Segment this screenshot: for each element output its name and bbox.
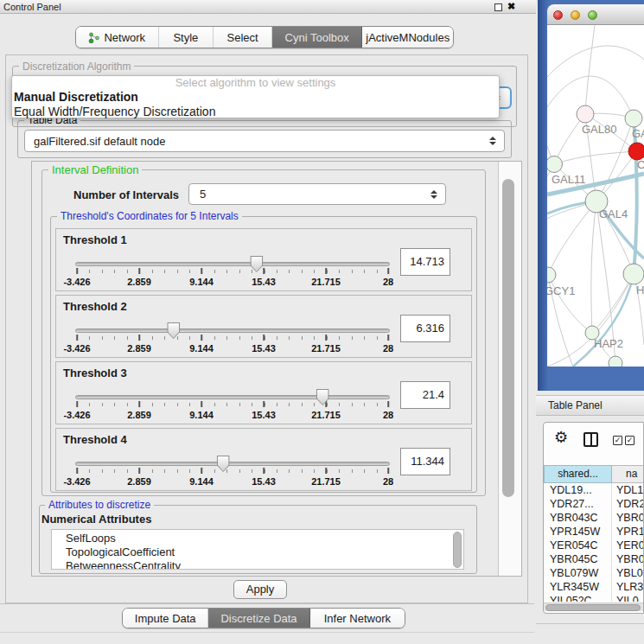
zoom-traffic-light-icon[interactable] [588, 10, 597, 20]
numerical-attributes-list[interactable]: SelfLoops TopologicalCoefficient Between… [51, 529, 464, 570]
table-panel-body: ⚙ ✓ ✓ shared... na YDL19...YDL1 YDR27...… [543, 422, 644, 614]
tab-style[interactable]: Style [159, 27, 214, 48]
dropdown-option-equal-width[interactable]: Equal Width/Frequency Discretization [12, 105, 499, 119]
discretization-algorithm-group-title: Discretization Algorithm [19, 61, 134, 73]
cell: YDL19... [544, 483, 612, 497]
slider-track[interactable] [75, 262, 390, 266]
major-tick [138, 468, 140, 474]
network-window-titlebar[interactable] [547, 4, 644, 25]
number-of-intervals-combo[interactable]: 5 [188, 183, 446, 205]
threshold-1-slider[interactable]: -3.426 2.859 9.144 15.43 21.715 28 [77, 258, 388, 290]
node-ga[interactable] [625, 110, 642, 127]
tick-label: 28 [383, 277, 393, 287]
table-row[interactable]: YDR27...YDR2 [544, 497, 644, 511]
threshold-3-slider[interactable]: -3.426 2.859 9.144 15.43 21.715 28 [77, 392, 388, 423]
split-columns-icon[interactable] [583, 432, 598, 447]
tick-label: 21.715 [311, 476, 341, 487]
tick-label: -3.426 [63, 277, 90, 287]
checkbox-icon[interactable]: ✓ [625, 436, 634, 445]
threshold-3-value-field[interactable]: 21.4 [400, 381, 450, 409]
tick-label: 9.144 [189, 476, 214, 487]
slider-track[interactable] [75, 328, 390, 333]
table-row[interactable]: YBR045CYBR0 [544, 552, 644, 566]
tab-impute-data[interactable]: Impute Data [123, 609, 208, 628]
node-gal80[interactable] [577, 105, 594, 123]
network-canvas[interactable]: GAL80 GA GAL11 GAL4 C GCY1 H HAP2 [547, 25, 644, 367]
checkbox-icon[interactable]: ✓ [613, 436, 622, 445]
threshold-3-label: Threshold 3 [63, 367, 127, 379]
list-item[interactable]: BetweennessCentrality [52, 559, 463, 570]
table-row[interactable]: YLR345WYLR3 [544, 580, 644, 594]
tab-select[interactable]: Select [214, 27, 272, 48]
apply-button[interactable]: Apply [233, 580, 287, 599]
major-tick [325, 468, 327, 474]
node-partial-bottom[interactable] [609, 356, 622, 367]
threshold-4-value-field[interactable]: 11.344 [400, 448, 450, 475]
tab-network-label: Network [104, 31, 145, 44]
threshold-2-value-field[interactable]: 6.316 [400, 315, 450, 342]
tick-label: -3.426 [63, 343, 90, 354]
threshold-2-slider[interactable]: -3.426 2.859 9.144 15.43 21.715 28 [77, 325, 388, 356]
threshold-1-value-field[interactable]: 14.713 [400, 248, 450, 276]
node-gal11[interactable] [547, 156, 563, 173]
close-icon[interactable]: ✖ [507, 1, 515, 12]
gear-icon[interactable]: ⚙ [554, 430, 568, 445]
slider-track[interactable] [75, 462, 390, 466]
table-panel-titlebar: Table Panel [536, 395, 644, 416]
cell: YLR3 [612, 580, 644, 594]
table-row[interactable]: YBR043CYBR0 [544, 511, 644, 525]
table-row[interactable]: YPR145WYPR1 [544, 525, 644, 539]
threshold-4-panel: Threshold 4 -3.426 2.859 9.144 15.43 21.… [55, 428, 472, 491]
control-panel-tabbar: Network Style Select Cyni Toolbox jActiv… [75, 26, 454, 48]
table-row[interactable]: YBL079WYBL0 [544, 566, 644, 580]
list-item[interactable]: SelfLoops [52, 530, 463, 545]
major-tick [325, 335, 327, 341]
tick-label: 2.859 [127, 277, 151, 287]
network-node-labels: GAL80 GA GAL11 GAL4 C GCY1 H HAP2 [547, 123, 644, 350]
node-h[interactable] [623, 264, 644, 284]
float-window-icon[interactable] [494, 3, 502, 11]
cell: YBL079W [544, 566, 612, 580]
column-header-shared[interactable]: shared... [544, 465, 612, 483]
major-tick [387, 468, 389, 474]
major-tick [263, 401, 265, 407]
minimize-traffic-light-icon[interactable] [571, 10, 580, 20]
tab-cyni-toolbox[interactable]: Cyni Toolbox [272, 27, 363, 48]
cell: YDR2 [612, 497, 644, 511]
node-gcy1[interactable] [547, 267, 556, 283]
settings-scrollbar-thumb[interactable] [502, 179, 514, 497]
dropdown-placeholder-item[interactable]: Select algorithm to view settings [12, 76, 499, 90]
tab-jactivemnodules[interactable]: jActiveMNodules [362, 27, 453, 48]
tick-label: 9.144 [189, 277, 214, 287]
network-nodes [547, 105, 644, 367]
tab-discretize-data[interactable]: Discretize Data [208, 609, 309, 628]
tab-style-label: Style [173, 31, 198, 44]
cell: YER054C [544, 539, 612, 552]
tick-label: 15.43 [252, 343, 276, 354]
tick-label: 15.43 [252, 410, 276, 420]
tab-infer-network[interactable]: Infer Network [310, 609, 405, 628]
column-header-name[interactable]: na [612, 465, 644, 483]
dropdown-option-manual[interactable]: Manual Discretization [12, 90, 499, 105]
slider-track[interactable] [75, 395, 390, 399]
threshold-4-slider[interactable]: -3.426 2.859 9.144 15.43 21.715 28 [77, 458, 388, 489]
combo-arrows-icon [488, 137, 496, 145]
slider-minor-ticks [77, 270, 389, 273]
list-item[interactable]: TopologicalCoefficient [52, 545, 463, 559]
threshold-2-panel: Threshold 2 -3.426 2.859 9.144 15.43 21.… [55, 295, 472, 358]
table-data-combo-value: galFiltered.sif default node [25, 135, 488, 148]
table-row[interactable]: YDL19...YDL1 [544, 483, 644, 497]
tab-network[interactable]: Network [76, 27, 159, 48]
table-rows: YDL19...YDL1 YDR27...YDR2 YBR043CYBR0 YP… [544, 483, 644, 602]
tick-label: 9.144 [189, 410, 214, 420]
node-red-selected[interactable] [628, 143, 644, 160]
close-traffic-light-icon[interactable] [553, 10, 563, 20]
table-row[interactable]: YER054CYER0 [544, 539, 644, 552]
list-scrollbar-thumb[interactable] [453, 532, 462, 568]
node-label-ga: GA [632, 127, 644, 140]
table-hscrollbar-track[interactable] [544, 603, 644, 611]
table-hscrollbar-thumb[interactable] [545, 604, 641, 611]
table-row[interactable]: YIL052CYIL0 [544, 594, 644, 602]
major-tick [138, 335, 140, 341]
table-data-combo[interactable]: galFiltered.sif default node [24, 130, 505, 152]
